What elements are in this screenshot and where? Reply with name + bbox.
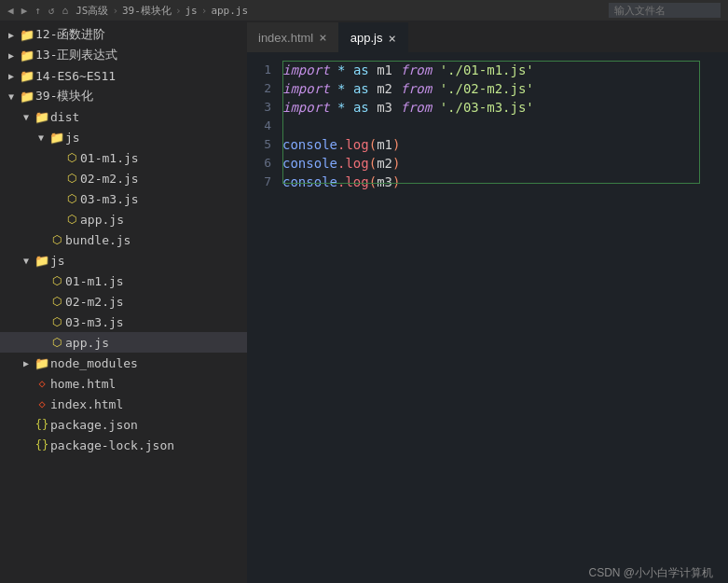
watermark-bar: CSDN @小小白学计算机 <box>247 562 728 583</box>
tree-label-func: 12-函数进阶 <box>35 26 247 43</box>
sidebar-item-m3-2[interactable]: ⬡ 03-m3.js <box>0 312 247 332</box>
tree-label-modular: 39-模块化 <box>35 88 247 104</box>
refresh-btn[interactable]: ↺ <box>48 5 55 17</box>
token-fn: console <box>282 156 337 171</box>
file-icon-app-js: ⬡ <box>48 336 65 349</box>
token-plain: m3 <box>369 100 401 115</box>
token-str: './02-m2.js' <box>440 81 534 96</box>
tree-label-m3-1: 03-m3.js <box>80 192 247 206</box>
line-number-5: 5 <box>247 135 282 154</box>
code-line-3: 3import * as m3 from './03-m3.js' <box>247 98 728 117</box>
nav-back-btn[interactable]: ◀ <box>7 5 14 17</box>
sidebar-item-regex[interactable]: ▶ 📁 13-正则表达式 <box>0 45 247 65</box>
line-content-6: console.log(m2) <box>282 154 713 173</box>
file-icon-m3-1: ⬡ <box>63 192 80 205</box>
sidebar-item-js1[interactable]: ▼ 📁 js <box>0 127 247 147</box>
sidebar-item-bundle[interactable]: ⬡ bundle.js <box>0 229 247 250</box>
tab-bar: index.html × app.js × <box>247 21 728 53</box>
nav-up-btn[interactable]: ↑ <box>34 5 41 17</box>
nav-forward-btn[interactable]: ▶ <box>21 5 28 17</box>
breadcrumb-sep-2: › <box>175 5 182 17</box>
file-icon-m3-2: ⬡ <box>48 315 65 328</box>
file-icon-m2-2: ⬡ <box>48 295 65 308</box>
token-kw: from <box>400 100 432 115</box>
sidebar-item-node_modules[interactable]: ▶ 📁 node_modules <box>0 353 247 373</box>
line-content-2: import * as m2 from './02-m2.js' <box>282 79 713 98</box>
line-content-5: console.log(m1) <box>282 135 713 154</box>
line-number-2: 2 <box>247 79 282 98</box>
sidebar-item-m2-1[interactable]: ⬡ 02-m2.js <box>0 168 247 188</box>
breadcrumb-sep-1: › <box>112 5 118 17</box>
token-paren: ) <box>392 156 400 171</box>
tree-label-regex: 13-正则表达式 <box>35 47 247 63</box>
tree-arrow-node_modules: ▶ <box>19 358 34 368</box>
tab-index.html[interactable]: index.html × <box>247 22 339 52</box>
tree-label-app-js: app.js <box>65 336 247 350</box>
file-icon-js1: 📁 <box>48 131 65 145</box>
token-plain <box>345 100 352 115</box>
tree-label-js1: js <box>65 131 247 145</box>
breadcrumb-item-1[interactable]: JS高级 <box>76 4 108 18</box>
line-number-6: 6 <box>247 154 282 173</box>
sidebar-item-app-dist[interactable]: ⬡ app.js <box>0 209 247 229</box>
token-plain: m3 <box>377 174 392 189</box>
watermark-text: CSDN @小小白学计算机 <box>588 565 713 581</box>
sidebar-item-m2-2[interactable]: ⬡ 02-m2.js <box>0 291 247 312</box>
editor-area[interactable]: 1import * as m1 from './01-m1.js'2import… <box>247 53 728 562</box>
token-kw: import <box>282 62 330 77</box>
sidebar-item-index-html[interactable]: ◇ index.html <box>0 394 247 414</box>
tree-label-m3-2: 03-m3.js <box>65 315 247 329</box>
home-btn[interactable]: ⌂ <box>62 5 69 17</box>
tree-label-dist: dist <box>50 110 247 124</box>
sidebar-item-app-js[interactable]: ⬡ app.js <box>0 332 247 353</box>
tab-close-app.js[interactable]: × <box>388 31 395 46</box>
sidebar-item-package-lock[interactable]: {} package-lock.json <box>0 435 247 455</box>
right-column: index.html × app.js × 1import * as m1 fr… <box>247 21 728 583</box>
token-plain: m1 <box>369 62 401 77</box>
sidebar-item-modular[interactable]: ▼ 📁 39-模块化 <box>0 86 247 106</box>
file-icon-modular: 📁 <box>19 90 35 104</box>
tree-label-node_modules: node_modules <box>50 356 247 370</box>
sidebar-item-js2[interactable]: ▼ 📁 js <box>0 250 247 271</box>
file-icon-func: 📁 <box>19 28 35 42</box>
tree-label-home-html: home.html <box>50 377 247 391</box>
tree-label-app-dist: app.js <box>80 213 247 227</box>
token-kw2: as <box>353 62 369 77</box>
file-icon-js2: 📁 <box>34 254 50 268</box>
editor-content: 1import * as m1 from './01-m1.js'2import… <box>247 53 728 562</box>
file-icon-bundle: ⬡ <box>48 233 65 246</box>
top-bar: ◀ ▶ ↑ ↺ ⌂ JS高级 › 39-模块化 › js › app.js <box>0 0 728 21</box>
code-line-1: 1import * as m1 from './01-m1.js' <box>247 61 728 79</box>
tree-label-bundle: bundle.js <box>65 233 247 247</box>
code-line-6: 6console.log(m2) <box>247 154 728 173</box>
sidebar-item-m3-1[interactable]: ⬡ 03-m3.js <box>0 188 247 209</box>
tab-app.js[interactable]: app.js × <box>339 22 408 52</box>
file-icon-m1-1: ⬡ <box>63 151 80 164</box>
tree-label-es6: 14-ES6~ES11 <box>35 69 247 83</box>
search-input[interactable] <box>609 3 721 18</box>
sidebar-item-es6[interactable]: ▶ 📁 14-ES6~ES11 <box>0 65 247 86</box>
token-kw2: as <box>353 100 369 115</box>
sidebar-item-func[interactable]: ▶ 📁 12-函数进阶 <box>0 24 247 45</box>
sidebar-item-home-html[interactable]: ◇ home.html <box>0 373 247 394</box>
tree-label-index-html: index.html <box>50 397 247 411</box>
sidebar-item-m1-2[interactable]: ⬡ 01-m1.js <box>0 271 247 291</box>
token-plain <box>345 62 352 77</box>
tab-close-index.html[interactable]: × <box>319 30 326 45</box>
code-line-2: 2import * as m2 from './02-m2.js' <box>247 79 728 98</box>
token-str: './03-m3.js' <box>440 100 534 115</box>
tree-arrow-regex: ▶ <box>4 50 19 61</box>
breadcrumb-item-2[interactable]: 39-模块化 <box>122 4 172 18</box>
file-icon-package-json: {} <box>34 418 50 431</box>
sidebar-item-m1-1[interactable]: ⬡ 01-m1.js <box>0 147 247 168</box>
sidebar-item-package-json[interactable]: {} package.json <box>0 414 247 435</box>
file-explorer: ▶ 📁 12-函数进阶 ▶ 📁 13-正则表达式 ▶ 📁 14-ES6~ES11… <box>0 21 247 583</box>
breadcrumb-item-4[interactable]: app.js <box>211 5 248 17</box>
token-method: .log <box>337 156 369 171</box>
line-content-7: console.log(m3) <box>282 173 713 191</box>
code-line-4: 4 <box>247 117 728 135</box>
breadcrumb-item-3[interactable]: js <box>185 5 198 17</box>
sidebar-item-dist[interactable]: ▼ 📁 dist <box>0 106 247 127</box>
file-icon-m2-1: ⬡ <box>63 172 80 185</box>
file-icon-app-dist: ⬡ <box>63 213 80 226</box>
